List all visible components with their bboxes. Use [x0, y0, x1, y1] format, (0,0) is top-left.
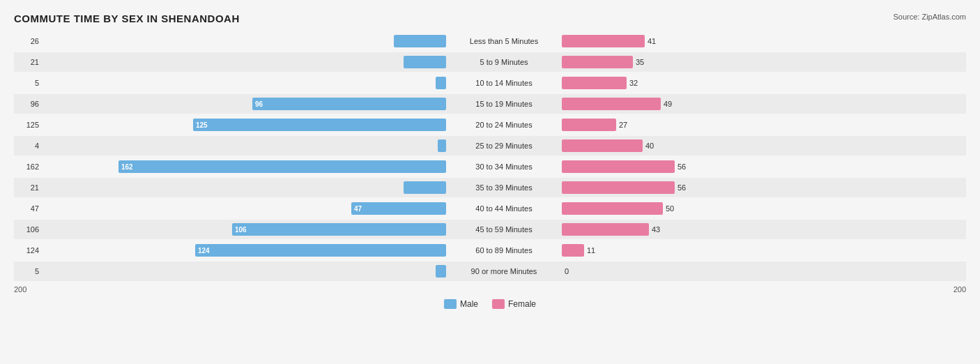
- bar-row: 106 106 45 to 59 Minutes 43: [14, 220, 966, 239]
- source-text: Source: ZipAtlas.com: [893, 13, 966, 21]
- right-val: 35: [636, 58, 655, 66]
- left-val: 96: [20, 100, 39, 108]
- right-val: 27: [619, 121, 638, 129]
- chart-title: COMMUTE TIME BY SEX IN SHENANDOAH: [14, 13, 966, 24]
- left-val: 124: [20, 246, 39, 255]
- bar-row: 21 5 to 9 Minutes 35: [14, 52, 966, 72]
- chart-container: COMMUTE TIME BY SEX IN SHENANDOAH Source…: [0, 0, 980, 364]
- right-val: 11: [587, 246, 606, 255]
- bar-male: [436, 77, 446, 89]
- bar-row: 96 96 15 to 19 Minutes 49: [14, 94, 966, 114]
- legend-male-swatch: [444, 299, 457, 309]
- bar-center-label: 90 or more Minutes: [446, 267, 562, 275]
- bar-male: [436, 265, 446, 278]
- bar-female: [562, 139, 643, 152]
- bar-female: [562, 98, 661, 110]
- left-val: 106: [20, 225, 39, 234]
- right-val: 50: [666, 204, 685, 213]
- legend-male-label: Male: [460, 299, 478, 309]
- bar-male-inside-label: 124: [198, 247, 210, 255]
- bar-row: 5 90 or more Minutes 0: [14, 261, 966, 281]
- right-val: 40: [645, 142, 665, 150]
- bar-female: [562, 56, 633, 68]
- bar-female: [562, 181, 675, 194]
- left-val: 5: [20, 267, 39, 275]
- bar-male: 96: [252, 98, 446, 110]
- bar-row: 125 125 20 to 24 Minutes 27: [14, 115, 966, 135]
- bar-male-inside-label: 47: [354, 205, 362, 213]
- bar-male-inside-label: 125: [196, 121, 208, 129]
- left-val: 26: [20, 37, 39, 45]
- bar-female: [562, 202, 663, 215]
- right-val: 56: [677, 183, 697, 192]
- bar-center-label: 40 to 44 Minutes: [446, 204, 562, 213]
- bar-row: 47 47 40 to 44 Minutes 50: [14, 199, 966, 218]
- left-val: 162: [20, 162, 39, 171]
- bar-center-label: 5 to 9 Minutes: [446, 58, 562, 66]
- bar-row: 5 10 to 14 Minutes 32: [14, 73, 966, 93]
- left-val: 4: [20, 142, 39, 150]
- bar-male-inside-label: 96: [255, 100, 263, 108]
- bar-row: 4 25 to 29 Minutes 40: [14, 136, 966, 156]
- right-val: 43: [652, 225, 671, 234]
- right-val: 0: [565, 267, 584, 275]
- bar-female: [562, 119, 616, 131]
- bar-center-label: 25 to 29 Minutes: [446, 142, 562, 150]
- bar-center-label: 35 to 39 Minutes: [446, 183, 562, 192]
- bar-row: 162 162 30 to 34 Minutes 56: [14, 157, 966, 176]
- right-val: 32: [629, 79, 649, 87]
- left-val: 125: [20, 121, 39, 129]
- legend: Male Female: [14, 299, 966, 309]
- chart-area: 26 Less than 5 Minutes 41 21: [14, 31, 966, 281]
- bar-male: 125: [193, 119, 446, 131]
- bar-row: 26 Less than 5 Minutes 41: [14, 31, 966, 51]
- bar-center-label: 45 to 59 Minutes: [446, 225, 562, 234]
- bar-male: 47: [351, 202, 446, 215]
- bar-male: [404, 181, 446, 194]
- bar-male: [438, 139, 446, 152]
- bar-male: 162: [118, 160, 446, 173]
- left-val: 47: [20, 204, 39, 213]
- bar-center-label: Less than 5 Minutes: [446, 37, 562, 45]
- bar-center-label: 10 to 14 Minutes: [446, 79, 562, 87]
- bar-female: [562, 223, 649, 236]
- axis-left: 200: [14, 285, 434, 294]
- bar-center-label: 30 to 34 Minutes: [446, 162, 562, 171]
- bar-male-inside-label: 106: [235, 226, 247, 234]
- legend-male: Male: [444, 299, 478, 309]
- bar-male: 106: [232, 223, 446, 236]
- bar-female: [562, 160, 675, 173]
- axis-right: 200: [546, 285, 966, 294]
- right-val: 41: [648, 37, 667, 45]
- bar-row: 21 35 to 39 Minutes 56: [14, 178, 966, 197]
- left-val: 21: [20, 183, 39, 192]
- bar-center-label: 20 to 24 Minutes: [446, 121, 562, 129]
- bar-center-label: 15 to 19 Minutes: [446, 100, 562, 108]
- bar-male: [404, 56, 446, 68]
- bar-row: 124 124 60 to 89 Minutes 11: [14, 241, 966, 260]
- bar-female: [562, 244, 584, 257]
- left-val: 5: [20, 79, 39, 87]
- left-val: 21: [20, 58, 39, 66]
- bar-male: [394, 35, 446, 47]
- legend-female-swatch: [492, 299, 505, 309]
- right-val: 49: [664, 100, 683, 108]
- axis-row: 200 200: [14, 285, 966, 294]
- bar-center-label: 60 to 89 Minutes: [446, 246, 562, 255]
- legend-female-label: Female: [508, 299, 536, 309]
- right-val: 56: [677, 162, 697, 171]
- bar-female: [562, 77, 627, 89]
- bar-male: 124: [195, 244, 446, 257]
- bar-male-inside-label: 162: [121, 163, 133, 171]
- bar-female: [562, 35, 645, 47]
- legend-female: Female: [492, 299, 536, 309]
